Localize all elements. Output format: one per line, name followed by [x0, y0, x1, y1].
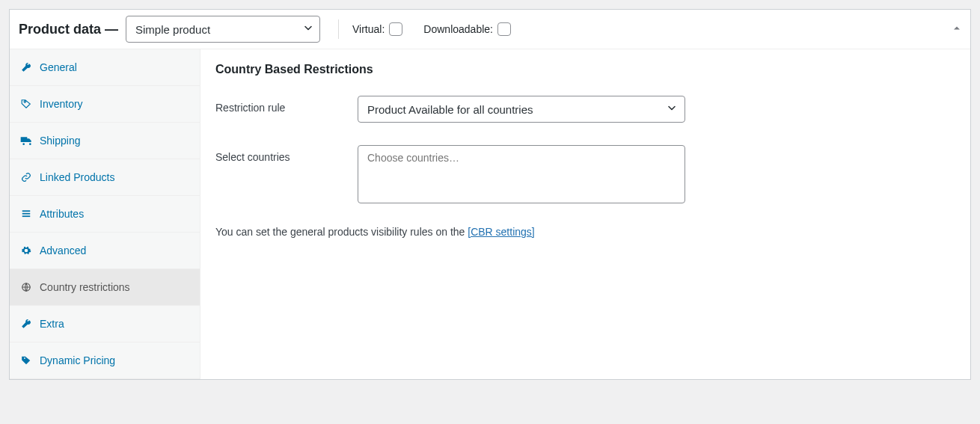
downloadable-label: Downloadable:: [423, 23, 493, 35]
tab-attributes[interactable]: Attributes: [10, 196, 200, 233]
tab-label: Country restrictions: [40, 281, 130, 293]
restriction-rule-select-wrap: Product Available for all countries: [358, 96, 685, 123]
restriction-rule-select[interactable]: Product Available for all countries: [358, 96, 685, 123]
downloadable-checkbox[interactable]: [497, 22, 511, 36]
tab-label: Shipping: [40, 135, 81, 147]
panel-body: General Inventory Shipping Linked Produc…: [10, 49, 970, 379]
tab-linked-products[interactable]: Linked Products: [10, 159, 200, 196]
select-countries-label: Select countries: [215, 145, 358, 163]
tab-label: Linked Products: [40, 171, 114, 183]
select-countries-row: Select countries Choose countries…: [215, 145, 955, 203]
hint-text: You can set the general products visibil…: [215, 226, 955, 238]
tab-label: Advanced: [40, 245, 86, 256]
restriction-rule-label: Restriction rule: [215, 96, 358, 114]
product-data-tabs: General Inventory Shipping Linked Produc…: [10, 49, 200, 379]
product-type-select-wrap: Simple product: [118, 16, 320, 43]
virtual-label: Virtual:: [352, 23, 385, 35]
downloadable-option[interactable]: Downloadable:: [423, 22, 511, 36]
wrench-icon: [20, 62, 32, 73]
tab-dynamic-pricing[interactable]: Dynamic Pricing: [10, 342, 200, 379]
virtual-checkbox[interactable]: [389, 22, 402, 36]
list-icon: [20, 209, 32, 219]
tab-country-restrictions[interactable]: Country restrictions: [10, 269, 200, 306]
truck-icon: [20, 135, 32, 146]
tab-general[interactable]: General: [10, 49, 200, 86]
tab-extra[interactable]: Extra: [10, 306, 200, 342]
virtual-option[interactable]: Virtual:: [352, 22, 402, 36]
hint-prefix: You can set the general products visibil…: [215, 226, 468, 238]
globe-icon: [20, 282, 32, 292]
tag-icon: [20, 99, 32, 109]
divider: [338, 19, 339, 39]
section-heading: Country Based Restrictions: [215, 63, 955, 76]
tag-icon: [20, 355, 32, 366]
tab-content: Country Based Restrictions Restriction r…: [200, 49, 970, 379]
collapse-toggle[interactable]: [952, 24, 961, 35]
tab-label: Inventory: [40, 98, 83, 110]
tab-label: General: [40, 61, 77, 73]
svg-rect-1: [22, 213, 31, 215]
tab-label: Extra: [40, 318, 64, 330]
wrench-icon: [20, 319, 32, 329]
tab-shipping[interactable]: Shipping: [10, 123, 200, 159]
select-countries-placeholder: Choose countries…: [367, 152, 459, 164]
product-data-panel: Product data — Simple product Virtual: D…: [9, 9, 971, 380]
restriction-rule-row: Restriction rule Product Available for a…: [215, 96, 955, 123]
select-countries-input[interactable]: Choose countries…: [358, 145, 685, 203]
svg-rect-0: [22, 210, 31, 212]
cbr-settings-link[interactable]: [CBR settings]: [468, 226, 534, 238]
gear-icon: [20, 245, 32, 256]
panel-title: Product data —: [19, 22, 118, 37]
tab-label: Dynamic Pricing: [40, 354, 115, 366]
link-icon: [20, 172, 32, 182]
product-type-select[interactable]: Simple product: [126, 16, 320, 43]
tab-advanced[interactable]: Advanced: [10, 233, 200, 269]
tab-inventory[interactable]: Inventory: [10, 86, 200, 123]
svg-rect-2: [22, 215, 31, 217]
panel-header: Product data — Simple product Virtual: D…: [10, 10, 970, 49]
tab-label: Attributes: [40, 208, 84, 220]
